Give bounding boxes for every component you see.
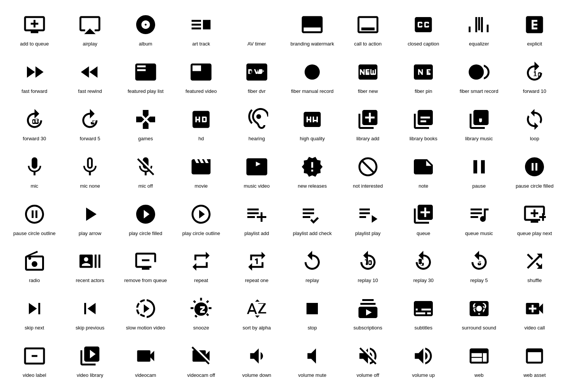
add-to-queue-icon bbox=[23, 11, 46, 38]
games-label: games bbox=[138, 136, 153, 142]
hearing-label: hearing bbox=[248, 136, 265, 142]
fiber-dvr-icon bbox=[245, 59, 268, 85]
airplay-label: airplay bbox=[83, 41, 97, 47]
pause-icon bbox=[468, 154, 490, 180]
skip-previous-icon bbox=[79, 295, 101, 322]
icon-cell-web-asset: web asset bbox=[508, 339, 562, 383]
icon-cell-volume-down: volume down bbox=[230, 339, 284, 383]
icon-cell-note: note bbox=[397, 150, 451, 193]
icon-grid: add to queue airplay album art track AV … bbox=[8, 8, 561, 383]
videocam-icon bbox=[134, 343, 157, 369]
volume-up-icon bbox=[412, 343, 435, 369]
video-label-icon bbox=[23, 343, 46, 369]
icon-cell-mic-none: mic none bbox=[63, 150, 117, 193]
recent-actors-label: recent actors bbox=[76, 278, 104, 284]
svg-point-1 bbox=[468, 64, 484, 80]
snooze-icon bbox=[190, 295, 212, 322]
library-music-icon bbox=[468, 106, 490, 133]
icon-cell-queue-music: queue music bbox=[452, 197, 506, 241]
icon-cell-av-timer: AV timer bbox=[230, 8, 284, 51]
mic-off-icon bbox=[134, 154, 157, 180]
radio-label: radio bbox=[29, 278, 40, 284]
icon-cell-web: web bbox=[452, 339, 506, 383]
icon-cell-replay-10: replay 10 bbox=[341, 244, 395, 288]
featured-video-icon bbox=[190, 59, 212, 85]
not-interested-label: not interested bbox=[353, 183, 383, 190]
replay-5-icon bbox=[468, 248, 490, 274]
subscriptions-label: subscriptions bbox=[354, 325, 382, 331]
icon-cell-queue-play-next: queue play next bbox=[508, 197, 562, 241]
mic-none-label: mic none bbox=[80, 183, 100, 190]
video-label-label: video label bbox=[23, 372, 46, 379]
not-interested-icon bbox=[357, 154, 379, 180]
playlist-add-check-icon bbox=[301, 201, 324, 227]
web-asset-icon bbox=[523, 343, 546, 369]
replay-10-label: replay 10 bbox=[358, 278, 378, 284]
library-books-icon bbox=[412, 106, 435, 133]
play-circle-outline-icon bbox=[190, 201, 212, 227]
replay-label: replay bbox=[306, 278, 319, 284]
queue-music-icon bbox=[468, 201, 490, 227]
video-call-icon bbox=[523, 295, 546, 322]
mic-label: mic bbox=[31, 183, 38, 190]
icon-cell-remove-from-queue: remove from queue bbox=[119, 244, 173, 288]
icon-cell-subtitles: subtitles bbox=[397, 292, 451, 335]
icon-cell-playlist-add-check: playlist add check bbox=[286, 197, 340, 241]
volume-off-label: volume off bbox=[357, 372, 379, 379]
fiber-pin-label: fiber pin bbox=[415, 88, 432, 95]
icon-cell-volume-off: volume off bbox=[341, 339, 395, 383]
featured-play-list-icon bbox=[134, 59, 157, 85]
icon-cell-repeat-one: repeat one bbox=[230, 244, 284, 288]
high-quality-icon bbox=[301, 106, 324, 133]
queue-play-next-label: queue play next bbox=[517, 230, 552, 237]
icon-cell-pause-circle-outline: pause circle outline bbox=[8, 197, 61, 241]
library-books-label: library books bbox=[409, 136, 437, 142]
fast-forward-icon bbox=[23, 59, 46, 85]
volume-down-icon bbox=[245, 343, 268, 369]
music-video-label: music video bbox=[244, 183, 270, 190]
icon-cell-fiber-pin: fiber pin bbox=[397, 55, 451, 99]
icon-cell-mic: mic bbox=[8, 150, 61, 193]
volume-down-label: volume down bbox=[242, 372, 271, 379]
fast-rewind-label: fast rewind bbox=[78, 88, 102, 95]
fiber-manual-record-label: fiber manual record bbox=[291, 88, 333, 95]
icon-cell-play-arrow: play arrow bbox=[63, 197, 117, 241]
replay-30-icon bbox=[412, 248, 435, 274]
volume-up-label: volume up bbox=[412, 372, 435, 379]
fiber-dvr-label: fiber dvr bbox=[248, 88, 266, 95]
icon-cell-fiber-dvr: fiber dvr bbox=[230, 55, 284, 99]
replay-30-label: replay 30 bbox=[413, 278, 434, 284]
icon-cell-queue: queue bbox=[397, 197, 451, 241]
icon-cell-play-circle-outline: play circle outline bbox=[174, 197, 228, 241]
icon-cell-high-quality: high quality bbox=[286, 102, 340, 146]
pause-circle-filled-icon bbox=[523, 154, 546, 180]
icon-cell-fiber-smart-record: fiber smart record bbox=[452, 55, 506, 99]
radio-icon bbox=[23, 248, 46, 274]
forward-30-icon bbox=[23, 106, 46, 133]
shuffle-label: shuffle bbox=[527, 278, 542, 284]
video-library-icon bbox=[79, 343, 101, 369]
icon-cell-slow-motion-video: slow motion video bbox=[119, 292, 173, 335]
icon-cell-skip-next: skip next bbox=[8, 292, 61, 335]
skip-next-label: skip next bbox=[25, 325, 44, 331]
music-video-icon bbox=[245, 154, 268, 180]
loop-icon bbox=[523, 106, 546, 133]
icon-cell-replay-5: replay 5 bbox=[452, 244, 506, 288]
icon-cell-playlist-add: playlist add bbox=[230, 197, 284, 241]
videocam-off-label: videocam off bbox=[187, 372, 215, 379]
icon-cell-album: album bbox=[119, 8, 173, 51]
icon-cell-shuffle: shuffle bbox=[508, 244, 562, 288]
equalizer-icon bbox=[468, 11, 490, 38]
forward-5-label: forward 5 bbox=[80, 136, 100, 142]
svg-point-0 bbox=[305, 64, 320, 80]
subscriptions-icon bbox=[357, 295, 379, 322]
queue-icon bbox=[412, 201, 435, 227]
forward-30-label: forward 30 bbox=[23, 136, 46, 142]
stop-label: stop bbox=[308, 325, 317, 331]
remove-from-queue-label: remove from queue bbox=[124, 278, 167, 284]
mic-none-icon bbox=[79, 154, 101, 180]
add-to-queue-label: add to queue bbox=[20, 41, 49, 47]
icon-cell-skip-previous: skip previous bbox=[63, 292, 117, 335]
icon-cell-library-add: library add bbox=[341, 102, 395, 146]
fiber-manual-record-icon bbox=[301, 59, 324, 85]
